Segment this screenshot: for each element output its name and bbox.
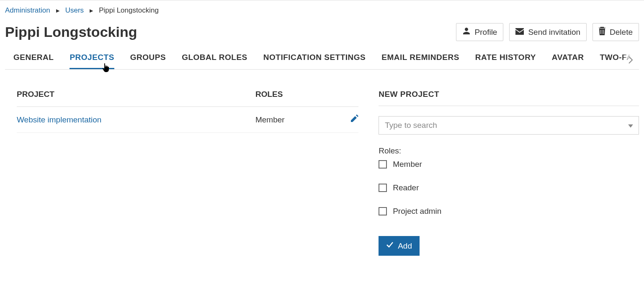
tab-notification-settings[interactable]: NOTIFICATION SETTINGS [263, 53, 366, 69]
breadcrumb-users[interactable]: Users [65, 6, 84, 15]
project-role-cell: Member [255, 107, 337, 133]
add-button-label: Add [398, 241, 412, 251]
chevron-right-icon [628, 56, 633, 66]
roles-checkbox-list: Member Reader Project admin [379, 160, 639, 216]
project-search-input[interactable] [379, 116, 639, 135]
checkbox-input[interactable] [379, 207, 387, 215]
checkbox-input[interactable] [379, 184, 387, 192]
role-checkbox-project-admin[interactable]: Project admin [379, 207, 639, 216]
column-header-project: PROJECT [17, 86, 255, 107]
mail-icon [515, 28, 524, 37]
header-actions: Profile Send invitation Delete [456, 23, 639, 41]
edit-icon[interactable] [350, 116, 358, 125]
profile-button[interactable]: Profile [456, 23, 504, 41]
project-link[interactable]: Website implementation [17, 115, 101, 124]
tab-rate-history[interactable]: RATE HISTORY [475, 53, 536, 69]
projects-table: PROJECT ROLES Website implementation Mem… [17, 86, 358, 133]
delete-button-label: Delete [610, 28, 633, 37]
tab-groups[interactable]: GROUPS [130, 53, 166, 69]
checkbox-label: Member [393, 160, 422, 169]
user-icon [462, 27, 471, 37]
tabs-container: GENERAL PROJECTS GROUPS GLOBAL ROLES NOT… [5, 53, 639, 70]
breadcrumb: Administration ▶ Users ▶ Pippi Longstock… [5, 0, 639, 18]
tab-general[interactable]: GENERAL [13, 53, 54, 69]
main-content: PROJECT ROLES Website implementation Mem… [5, 70, 639, 256]
new-project-title: NEW PROJECT [379, 86, 639, 106]
profile-button-label: Profile [475, 28, 497, 37]
tab-projects[interactable]: PROJECTS [70, 53, 114, 69]
new-project-panel: NEW PROJECT Roles: Member Reader [379, 86, 639, 256]
checkbox-label: Reader [393, 183, 419, 192]
trash-icon [599, 27, 605, 37]
tab-email-reminders[interactable]: EMAIL REMINDERS [381, 53, 459, 69]
checkbox-input[interactable] [379, 160, 387, 169]
page-header: Pippi Longstocking Profile Send invitati… [5, 18, 639, 53]
tabs: GENERAL PROJECTS GROUPS GLOBAL ROLES NOT… [5, 53, 639, 69]
page-title: Pippi Longstocking [5, 24, 137, 40]
table-row: Website implementation Member [17, 107, 358, 133]
project-search-select[interactable] [379, 116, 639, 135]
breadcrumb-administration[interactable]: Administration [5, 6, 50, 15]
checkbox-label: Project admin [393, 207, 441, 216]
send-invitation-button[interactable]: Send invitation [509, 23, 587, 41]
tabs-scroll-right-button[interactable] [622, 53, 639, 69]
add-button[interactable]: Add [379, 236, 420, 256]
column-header-roles: ROLES [255, 86, 337, 107]
tab-avatar[interactable]: AVATAR [552, 53, 584, 69]
role-checkbox-reader[interactable]: Reader [379, 183, 639, 192]
roles-label: Roles: [379, 146, 639, 156]
chevron-right-icon: ▶ [90, 8, 93, 13]
delete-button[interactable]: Delete [592, 23, 639, 41]
check-icon [386, 241, 394, 251]
chevron-right-icon: ▶ [56, 8, 59, 13]
tab-global-roles[interactable]: GLOBAL ROLES [182, 53, 247, 69]
role-checkbox-member[interactable]: Member [379, 160, 639, 169]
projects-list-panel: PROJECT ROLES Website implementation Mem… [5, 86, 358, 256]
breadcrumb-current: Pippi Longstocking [99, 6, 159, 15]
send-invitation-label: Send invitation [528, 28, 580, 37]
